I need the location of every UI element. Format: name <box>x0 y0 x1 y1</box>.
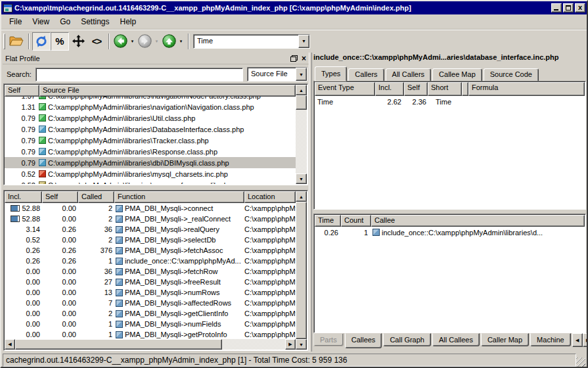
bottom-tab[interactable]: Caller Map <box>481 333 529 346</box>
function-row[interactable]: 0.26 0.26 1 include_once::C:\xampp\phpMy… <box>5 256 296 266</box>
toolbar-drag-handle[interactable] <box>3 34 5 49</box>
chevron-down-icon[interactable]: ▼ <box>296 68 307 81</box>
bottom-tab[interactable]: All Callees <box>432 333 480 346</box>
file-row[interactable]: 0.52 C:\xampp\phpMyAdmin\libraries\user_… <box>5 179 296 184</box>
column-header-self[interactable]: Self <box>404 82 428 96</box>
forward-button[interactable] <box>137 33 152 50</box>
scroll-up-icon[interactable]: ▲ <box>296 85 307 95</box>
chevron-down-icon[interactable]: ▼ <box>298 35 309 48</box>
file-row[interactable]: 0.79 C:\xampp\phpMyAdmin\libraries\Datab… <box>5 124 296 135</box>
maximize-button[interactable] <box>563 3 574 12</box>
callee-row[interactable]: 0.26 1 include_once::C:\xampp\phpMyAdmin… <box>315 227 585 238</box>
resize-grip[interactable] <box>576 357 585 367</box>
scrollbar-track[interactable] <box>296 110 307 173</box>
column-header-self[interactable]: Self <box>42 191 78 203</box>
column-header-incl[interactable]: Incl. <box>5 191 42 203</box>
column-header-callee[interactable]: Callee <box>371 215 585 227</box>
column-header-location[interactable]: Location <box>244 191 296 203</box>
bottom-tab[interactable]: Machine <box>530 333 571 346</box>
relative-cost-button[interactable] <box>69 32 87 51</box>
search-input[interactable] <box>35 68 243 81</box>
scrollbar-thumb[interactable] <box>15 339 222 350</box>
percent-button[interactable]: % <box>51 32 69 51</box>
column-header-event-type[interactable]: Event Type <box>315 82 375 96</box>
menu-item[interactable]: View <box>27 16 55 28</box>
bottom-tab[interactable]: Parts <box>313 333 344 346</box>
scroll-right-icon[interactable]: ▶ <box>285 339 296 350</box>
file-row[interactable]: 0.79 C:\xampp\phpMyAdmin\libraries\Track… <box>5 135 296 146</box>
detail-tab[interactable]: Callers <box>348 68 384 81</box>
column-header-incl[interactable]: Incl. <box>375 82 404 96</box>
close-dock-icon[interactable]: × <box>302 55 306 62</box>
reload-button[interactable] <box>32 32 51 51</box>
menu-item[interactable]: File <box>4 16 27 28</box>
column-header-called[interactable]: Called <box>78 191 114 203</box>
menu-item[interactable]: Go <box>55 16 76 28</box>
file-row[interactable]: 0.52 C:\xampp\phpMyAdmin\libraries\mysql… <box>5 168 296 179</box>
column-header-self[interactable]: Self <box>5 85 39 97</box>
scroll-down-icon[interactable]: ▼ <box>296 173 307 184</box>
function-row[interactable]: 0.00 0.00 36 PMA_DBI_Mysqli->fetchRow C:… <box>5 266 296 277</box>
function-row[interactable]: 0.00 0.00 2 PMA_DBI_Mysqli->getClientInf… <box>5 308 296 319</box>
file-list-scrollbar[interactable]: ▲ ▼ <box>296 85 307 184</box>
title-bar[interactable]: C:\xampp\tmp\cachegrind.out.1416463299-C… <box>1 1 587 14</box>
function-row[interactable]: 52.88 0.00 2 PMA_DBI_Mysqli->_realConnec… <box>5 214 296 224</box>
up-button[interactable] <box>161 33 177 50</box>
function-row[interactable]: 0.26 0.26 376 PMA_DBI_Mysqli->fetchAssoc… <box>5 245 296 256</box>
file-row[interactable]: 1.37 C:\xampp\phpMyAdmin\libraries\navig… <box>5 97 296 101</box>
scroll-up-icon[interactable]: ▲ <box>296 191 307 202</box>
function-row[interactable]: 0.00 0.00 13 PMA_DBI_Mysqli->numRows C:\… <box>5 287 296 298</box>
function-row[interactable]: 3.14 0.26 36 PMA_DBI_Mysqli->realQuery C… <box>5 224 296 235</box>
back-button[interactable] <box>112 33 128 50</box>
scrollbar-thumb[interactable] <box>296 95 307 110</box>
tab-scroll-left-icon[interactable]: ◀ <box>572 333 583 347</box>
group-by-select[interactable]: Source File ▼ <box>247 67 307 81</box>
detail-tab[interactable]: Callee Map <box>432 68 482 81</box>
file-row[interactable]: 0.79 C:\xampp\phpMyAdmin\libraries\Util.… <box>5 112 296 124</box>
column-header-short[interactable]: Short <box>428 82 462 96</box>
scroll-down-icon[interactable]: ▼ <box>296 339 307 350</box>
file-row[interactable]: 1.31 C:\xampp\phpMyAdmin\libraries\navig… <box>5 101 296 112</box>
detail-tab[interactable]: Source Code <box>484 68 539 81</box>
up-dropdown[interactable]: ▼ <box>177 33 185 50</box>
tab-scroll-right-icon[interactable]: ▶ <box>583 333 588 347</box>
back-dropdown[interactable]: ▼ <box>128 33 137 50</box>
column-header-time[interactable]: Time <box>315 215 341 227</box>
function-row[interactable]: 0.00 0.00 27 PMA_DBI_Mysqli->freeResult … <box>5 277 296 287</box>
function-table-scrollbar[interactable]: ▲ ▼ <box>296 191 307 350</box>
horizontal-scrollbar[interactable]: ◀ ▶ <box>5 339 296 350</box>
incl-value: 0.00 <box>26 299 40 307</box>
bottom-tab[interactable]: Call Graph <box>383 333 431 346</box>
function-row[interactable]: 52.88 0.00 2 PMA_DBI_Mysqli->connect C:\… <box>5 203 296 214</box>
event-type-select[interactable]: Time ▼ <box>193 34 310 49</box>
cycle-detection-button[interactable]: <> <box>87 32 106 51</box>
column-header-formula[interactable]: Formula <box>468 82 585 96</box>
column-header-function[interactable]: Function <box>114 191 244 203</box>
bottom-tab[interactable]: Callees <box>345 333 382 348</box>
column-header-spacer[interactable] <box>462 82 468 96</box>
function-row[interactable]: 0.00 0.00 7 PMA_DBI_Mysqli->affectedRows… <box>5 298 296 308</box>
function-row[interactable]: 0.00 0.00 1 PMA_DBI_Mysqli->getProtoInfo… <box>5 329 296 339</box>
scroll-left-icon[interactable]: ◀ <box>5 339 15 350</box>
detail-tab[interactable]: Types <box>315 66 347 81</box>
scrollbar-thumb[interactable] <box>296 202 307 339</box>
float-dock-icon[interactable] <box>290 55 298 62</box>
column-header-count[interactable]: Count <box>341 215 371 227</box>
scrollbar-track[interactable] <box>222 339 285 350</box>
file-row[interactable]: 0.79 C:\xampp\phpMyAdmin\libraries\dbi\D… <box>5 157 296 168</box>
menu-item[interactable]: Help <box>115 16 142 28</box>
event-type-table: Event Type Incl. Self Short Formula Time… <box>313 81 586 210</box>
minimize-button[interactable] <box>551 3 562 12</box>
function-row[interactable]: 0.52 0.00 2 PMA_DBI_Mysqli->selectDb C:\… <box>5 235 296 245</box>
open-button[interactable] <box>7 32 26 51</box>
menu-item[interactable]: Settings <box>76 16 114 28</box>
dock-title-bar[interactable]: Flat Profile × <box>3 53 309 64</box>
column-header-source-file[interactable]: Source File <box>39 85 296 97</box>
file-row[interactable]: 0.79 C:\xampp\phpMyAdmin\libraries\Respo… <box>5 146 296 157</box>
close-button[interactable]: x <box>575 3 585 12</box>
detail-tab[interactable]: All Callers <box>386 68 432 81</box>
location-value: C:\xampp\phpMy... <box>244 310 296 317</box>
event-row[interactable]: Time 2.62 2.36 Time <box>315 96 585 107</box>
function-row[interactable]: 0.00 0.00 1 PMA_DBI_Mysqli->numFields C:… <box>5 319 296 329</box>
forward-dropdown[interactable]: ▼ <box>152 33 161 50</box>
